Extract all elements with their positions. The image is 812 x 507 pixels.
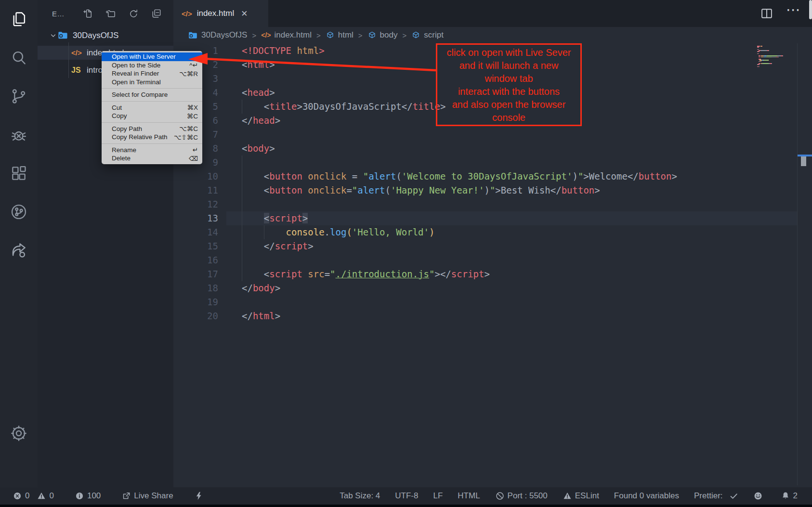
menu-item-reveal-in-finder[interactable]: Reveal in Finder⌥⌘R [102, 69, 202, 78]
tab-strip: </> index.html ✕ ⋯ [173, 0, 812, 27]
status-infos[interactable]: 100 [75, 491, 101, 501]
minimap[interactable] [757, 46, 798, 70]
activity-item-source-control[interactable] [0, 84, 38, 109]
menu-item-label: Reveal in Finder [112, 70, 159, 77]
status-language-mode[interactable]: HTML [458, 491, 480, 501]
menu-item-label: Copy Path [112, 125, 142, 132]
tab-index-html[interactable]: </> index.html ✕ [173, 0, 268, 27]
port-icon [495, 491, 508, 501]
code-line-8[interactable]: 8<body> [173, 142, 812, 156]
symbol-cube-icon [326, 31, 335, 40]
menu-item-copy[interactable]: Copy⌘C [102, 112, 202, 120]
activity-item-search[interactable] [0, 45, 38, 70]
scrollbar-handle[interactable] [801, 156, 806, 166]
breadcrumb-item-index.html[interactable]: </>index.html [261, 30, 312, 40]
new-folder-button[interactable] [105, 8, 117, 19]
menu-item-shortcut: ⌫ [189, 155, 198, 162]
status-port[interactable]: Port : 5500 [495, 491, 548, 501]
menu-item-delete[interactable]: Delete⌫ [102, 154, 202, 163]
activity-item-extensions[interactable] [0, 161, 38, 186]
status-errors[interactable]: 0 [13, 491, 29, 501]
line-number: 10 [173, 169, 218, 183]
status-eslint[interactable]: ESLint [563, 491, 599, 501]
menu-item-open-with-live-server[interactable]: Open with Live Server [102, 52, 202, 61]
menu-item-copy-relative-path[interactable]: Copy Relative Path⌥⇧⌘C [102, 133, 202, 142]
symbol-cube-icon [411, 31, 420, 40]
breadcrumb-item-script[interactable]: script [411, 30, 444, 40]
code-line-13[interactable]: 13 <script> [173, 211, 812, 225]
breadcrumb-item-html[interactable]: html [326, 30, 354, 40]
refresh-icon [128, 8, 139, 19]
menu-item-label: Copy [112, 112, 127, 119]
folder-small-icon [188, 30, 198, 40]
status-label: Live Share [134, 491, 173, 501]
refresh-button[interactable] [128, 8, 139, 19]
breadcrumb-label: index.html [274, 30, 311, 40]
menu-item-open-in-terminal[interactable]: Open in Terminal [102, 78, 202, 87]
code-line-15[interactable]: 15 </script> [173, 239, 812, 253]
line-number: 11 [173, 183, 218, 197]
status-tab-size[interactable]: Tab Size: 4 [340, 491, 380, 501]
new-file-icon [83, 8, 94, 19]
status-label: HTML [458, 491, 480, 501]
line-number: 12 [173, 197, 218, 211]
more-actions-icon[interactable]: ⋯ [786, 1, 801, 18]
menu-item-shortcut: ⌘X [187, 104, 198, 111]
status-prettier[interactable]: Prettier: [694, 491, 738, 501]
activity-item-settings[interactable] [0, 421, 38, 446]
status-label: Tab Size: 4 [340, 491, 380, 501]
menu-item-shortcut: ⌥⇧⌘C [174, 133, 198, 141]
status-label: 100 [87, 491, 101, 501]
explorer-title: E… [52, 10, 65, 18]
status-warnings[interactable]: 0 [37, 491, 53, 501]
status-notifications[interactable]: 2 [781, 491, 798, 501]
status-label: ESLint [575, 491, 599, 501]
menu-item-select-for-compare[interactable]: Select for Compare [102, 91, 202, 99]
code-line-10[interactable]: 10 <button onclick = "alert('Welcome to … [173, 169, 812, 183]
code-line-18[interactable]: 18</body> [173, 281, 812, 295]
code-line-17[interactable]: 17 <script src="./introduction.js"></scr… [173, 267, 812, 281]
menu-item-shortcut: ^↵ [189, 61, 198, 69]
code-line-12[interactable]: 12 [173, 197, 812, 211]
status-lightning[interactable] [194, 491, 207, 501]
new-file-button[interactable] [82, 8, 94, 19]
breadcrumb-item-30DaysOfJS[interactable]: 30DaysOfJS [188, 30, 247, 40]
warning-icon [37, 491, 49, 501]
status-eol[interactable]: LF [433, 491, 443, 501]
line-number: 20 [173, 309, 218, 323]
activity-item-live-share[interactable] [0, 238, 38, 263]
breadcrumb-item-body[interactable]: body [367, 30, 398, 40]
activity-bar [0, 0, 38, 487]
tree-indent-guide [68, 42, 69, 78]
menu-item-shortcut: ↵ [193, 146, 198, 154]
menu-item-open-to-the-side[interactable]: Open to the Side^↵ [102, 61, 202, 70]
code-line-7[interactable]: 7 [173, 128, 812, 142]
code-line-16[interactable]: 16 [173, 253, 812, 267]
code-line-19[interactable]: 19 [173, 295, 812, 309]
code-text: <script> [242, 211, 308, 225]
status-live-share[interactable]: Live Share [121, 491, 173, 501]
menu-item-rename[interactable]: Rename↵ [102, 146, 202, 155]
code-line-20[interactable]: 20</html> [173, 309, 812, 323]
new-folder-icon [105, 8, 117, 19]
tree-root-folder[interactable]: 30DaysOfJS [38, 28, 173, 42]
code-text: <!DOCTYPE html> [242, 44, 325, 58]
status-encoding[interactable]: UTF-8 [395, 491, 418, 501]
html-file-icon: </> [71, 49, 82, 57]
activity-item-gitlens[interactable] [0, 199, 38, 224]
menu-item-cut[interactable]: Cut⌘X [102, 104, 202, 112]
menu-item-copy-path[interactable]: Copy Path⌥⌘C [102, 125, 202, 133]
activity-item-explorer[interactable] [0, 7, 38, 32]
split-editor-icon[interactable] [760, 7, 773, 20]
collapse-folders-button[interactable] [150, 8, 162, 19]
code-line-14[interactable]: 14 console.log('Hello, World') [173, 225, 812, 239]
circle-branch-icon [10, 203, 28, 221]
code-line-11[interactable]: 11 <button onclick="alert('Happy New Yea… [173, 183, 812, 197]
status-feedback[interactable] [753, 491, 766, 501]
annotation-box: click on open with Live Severand it will… [436, 43, 582, 126]
activity-item-run-debug[interactable] [0, 122, 38, 147]
tab-close-icon[interactable]: ✕ [241, 9, 248, 19]
code-line-9[interactable]: 9 [173, 156, 812, 169]
status-bar: 00100Live Share Tab Size: 4UTF-8LFHTMLPo… [0, 487, 812, 505]
status-variables[interactable]: Found 0 variables [614, 491, 679, 501]
